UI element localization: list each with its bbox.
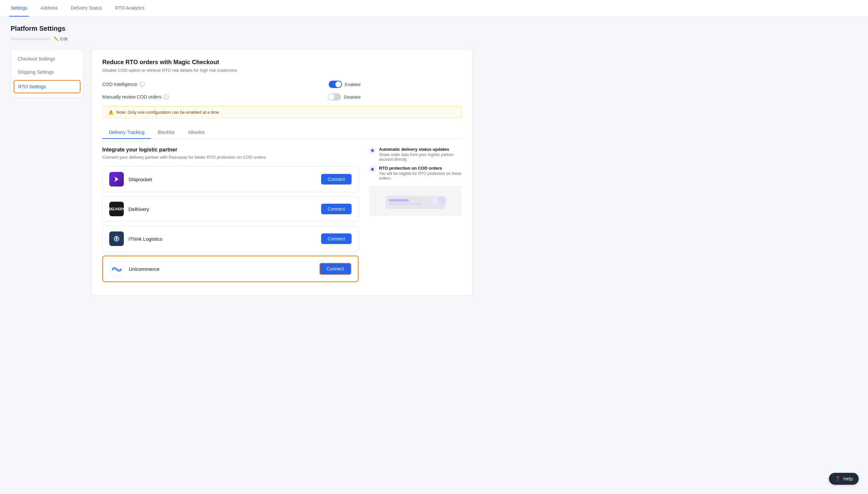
bullet-sub-2: You will be eligible for RTO protection … xyxy=(379,171,462,180)
delhivery-connect-button[interactable]: Connect xyxy=(321,204,351,214)
tab-allowlist[interactable]: Allowlist xyxy=(181,126,212,139)
svg-point-5 xyxy=(371,168,374,171)
delhivery-name: Delhivery xyxy=(128,206,149,212)
breadcrumb-bar: ✏️ Edit xyxy=(11,36,473,41)
shiprocket-logo xyxy=(109,172,124,187)
cod-intelligence-info-icon[interactable]: i xyxy=(139,82,145,87)
cod-intelligence-label: COD Intelligence i xyxy=(102,82,145,87)
tab-blocklist[interactable]: Blocklist xyxy=(151,126,181,139)
nav-tab-address[interactable]: Address xyxy=(39,0,59,17)
manual-toggle-container: Disabled xyxy=(328,93,361,100)
main-content: Platform Settings ✏️ Edit Checkout Setti… xyxy=(0,17,483,304)
rto-section-title: Reduce RTO orders with Magic Checkout xyxy=(102,59,462,66)
nav-tab-delivery-status[interactable]: Delivery Status xyxy=(70,0,103,17)
info-bullet-2: RTO protection on COD orders You will be… xyxy=(369,166,462,180)
cod-toggle-container: Enabled xyxy=(329,81,361,88)
partners-left: Integrate your logistic partner Connect … xyxy=(102,147,359,286)
svg-point-4 xyxy=(371,149,374,152)
partner-info-shiprocket: Shiprocket xyxy=(109,172,152,187)
ithink-connect-button[interactable]: Connect xyxy=(321,233,351,244)
nav-tab-rto-analytics[interactable]: RTO Analytics xyxy=(114,0,146,17)
svg-marker-0 xyxy=(114,176,119,182)
manually-review-toggle[interactable] xyxy=(328,93,341,100)
note-icon: ⚠️ xyxy=(108,110,113,115)
partner-info-delhivery: DELIVERY Delhivery xyxy=(109,202,149,216)
info-bullet-1: Automatic delivery status updates Share … xyxy=(369,147,462,162)
rto-section-subtitle: Disable COD option or retrieve RTO risk … xyxy=(102,68,462,73)
ithink-name: iThink Logistics xyxy=(128,236,163,242)
cod-intelligence-row: COD Intelligence i Enabled xyxy=(102,81,361,88)
bullet-text-1: Automatic delivery status updates Share … xyxy=(379,147,462,162)
page-title: Platform Settings xyxy=(11,25,473,33)
bullet-icon-1 xyxy=(369,147,376,154)
cod-toggle-label: Enabled xyxy=(345,82,361,87)
nav-tab-settings[interactable]: Settings xyxy=(9,0,29,17)
note-bar: ⚠️ Note: Only one configuration can be e… xyxy=(102,106,462,118)
rto-section-card: Reduce RTO orders with Magic Checkout Di… xyxy=(91,49,473,296)
top-navigation: Settings Address Delivery Status RTO Ana… xyxy=(0,0,868,17)
integrate-title: Integrate your logistic partner xyxy=(102,147,359,153)
inner-tabs-row: Delivery Tracking Blocklist Allowlist xyxy=(102,126,462,139)
cod-intelligence-toggle[interactable] xyxy=(329,81,342,88)
partner-card-delhivery: DELIVERY Delhivery Connect xyxy=(102,196,359,222)
manually-review-label: Manually review COD orders i xyxy=(102,94,169,99)
shiprocket-name: Shiprocket xyxy=(128,176,152,182)
edit-link[interactable]: ✏️ Edit xyxy=(54,36,68,41)
shiprocket-connect-button[interactable]: Connect xyxy=(321,174,351,185)
edit-icon: ✏️ xyxy=(54,36,59,41)
tab-delivery-tracking[interactable]: Delivery Tracking xyxy=(102,126,151,139)
info-bullets: Automatic delivery status updates Share … xyxy=(369,147,462,180)
manually-review-info-icon[interactable]: i xyxy=(164,94,169,99)
delhivery-logo: DELIVERY xyxy=(109,202,124,216)
edit-label: Edit xyxy=(60,36,68,41)
svg-point-10 xyxy=(438,197,446,205)
partner-info-ithink: iThink Logistics xyxy=(109,231,163,246)
ithink-logo xyxy=(109,231,124,246)
breadcrumb-line xyxy=(11,38,50,40)
manual-toggle-label: Disabled xyxy=(344,95,361,99)
integrate-subtitle: Connect your delivery partner with Razor… xyxy=(102,155,359,160)
svg-rect-8 xyxy=(389,203,422,205)
bullet-title-2: RTO protection on COD orders xyxy=(379,166,462,171)
sidebar-item-rto[interactable]: RTO Settings xyxy=(14,80,80,93)
unicommerce-logo xyxy=(110,262,124,276)
partners-layout: Integrate your logistic partner Connect … xyxy=(102,147,462,286)
unicommerce-connect-button[interactable]: Connect xyxy=(320,263,351,275)
main-panel: Reduce RTO orders with Magic Checkout Di… xyxy=(91,49,473,296)
note-text: Note: Only one configuration can be enab… xyxy=(116,110,219,115)
bullet-sub-1: Share order data from your logistic part… xyxy=(379,152,462,162)
svg-rect-7 xyxy=(389,199,409,202)
content-layout: Checkout Settings Shipping Settings RTO … xyxy=(11,49,473,296)
sidebar-item-shipping[interactable]: Shipping Settings xyxy=(11,65,83,79)
partners-right: Automatic delivery status updates Share … xyxy=(369,147,462,215)
bullet-title-1: Automatic delivery status updates xyxy=(379,147,462,152)
unicommerce-name: Unicommerce xyxy=(129,266,160,272)
preview-image xyxy=(369,186,462,215)
sidebar: Checkout Settings Shipping Settings RTO … xyxy=(11,49,84,97)
partner-card-unicommerce: Unicommerce Connect xyxy=(102,255,359,282)
bullet-text-2: RTO protection on COD orders You will be… xyxy=(379,166,462,180)
partner-card-ithink: iThink Logistics Connect xyxy=(102,226,359,252)
sidebar-item-checkout[interactable]: Checkout Settings xyxy=(11,52,83,65)
partner-info-unicommerce: Unicommerce xyxy=(110,262,160,276)
manual-review-row: Manually review COD orders i Disabled xyxy=(102,93,361,100)
partner-card-shiprocket: Shiprocket Connect xyxy=(102,166,359,192)
bullet-icon-2 xyxy=(369,166,376,173)
